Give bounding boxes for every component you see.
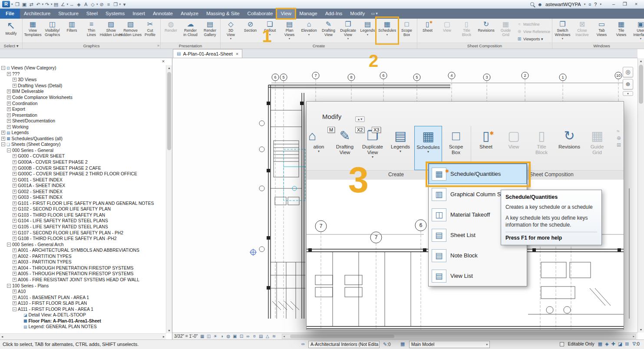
select-pinned-icon[interactable]: ✚ — [611, 341, 615, 347]
tree-item-a003-partition-types[interactable]: +A003 - PARTITION TYPES — [0, 259, 166, 265]
tab-analyze[interactable]: Analyze — [177, 9, 202, 19]
crop-view-icon[interactable]: ▣ — [232, 334, 238, 339]
tree-item-g107-second-floor-life-safety-plan-ph2[interactable]: +G107 - SECOND FLOOR LIFE SAFETY PLAN - … — [0, 230, 166, 236]
expand-icon[interactable]: + — [13, 290, 17, 293]
zoom-icon[interactable]: ⊕ — [623, 79, 633, 89]
text-icon[interactable]: A — [83, 1, 89, 8]
print-icon[interactable]: ▤ — [53, 1, 59, 8]
ribbon-button-matchline[interactable]: ≈Matchline — [515, 20, 552, 28]
minimize-button[interactable]: – — [608, 1, 619, 8]
tab-file[interactable]: File — [0, 9, 20, 19]
redo-icon[interactable]: ↷ — [44, 1, 50, 8]
ribbon-button-thin-lines[interactable]: ≡ThinLines — [82, 19, 101, 43]
panel-expander-icon[interactable]: » — [157, 43, 159, 49]
expand-icon[interactable]: + — [13, 272, 17, 276]
ribbon-button-view[interactable]: ▢View — [437, 19, 457, 43]
temporary-hide-isolate-icon[interactable]: ∞ — [245, 334, 251, 339]
ribbon-button-revisions[interactable]: ↻Revisions — [476, 19, 496, 43]
expand-icon[interactable]: + — [13, 207, 17, 211]
tree-item-g001-sheet-index[interactable]: +G001 - SHEET INDEX — [0, 177, 166, 183]
tree-item-item[interactable]: +??? — [0, 71, 166, 77]
ribbon-button-duplicate-view[interactable]: ❐DuplicateView▾ — [338, 19, 358, 43]
tab-view[interactable]: View — [277, 9, 295, 19]
tab-systems[interactable]: Systems — [102, 9, 129, 19]
tree-item-views-view-category[interactable]: −⊡Views (View Category) — [0, 65, 166, 71]
undo-icon[interactable]: ↶ — [35, 1, 42, 8]
expand-icon[interactable]: + — [13, 248, 17, 252]
ribbon-button-tab-views[interactable]: ▭TabViews — [592, 19, 611, 43]
worksharing-status-icon[interactable]: ∞ — [301, 341, 305, 346]
expand-icon[interactable]: + — [13, 213, 17, 217]
tree-item-g000-cover-sheet[interactable]: +G000 - COVER SHEET — [0, 153, 166, 159]
ribbon-collapse-control[interactable]: ▴ ▾ — [355, 116, 365, 122]
sync-with-central-icon[interactable]: ⇄ — [28, 1, 35, 8]
design-option-select[interactable]: Main Model ▾ — [409, 341, 490, 348]
scroll-up-icon[interactable]: ▲ — [638, 58, 644, 64]
expand-icon[interactable]: + — [13, 84, 17, 88]
overlay-button-legends[interactable]: ▤Legends▾ — [386, 126, 414, 170]
expand-icon[interactable]: + — [7, 102, 11, 105]
scroll-down-icon[interactable]: ▼ — [638, 327, 644, 333]
ribbon-button-render[interactable]: ◍Render — [161, 19, 181, 43]
save-icon[interactable]: ▣ — [21, 1, 28, 8]
help-button[interactable]: ? — [594, 2, 597, 7]
overlay-button-title-block[interactable]: ▯TitleBlock — [528, 126, 555, 170]
tab-steel[interactable]: Steel — [83, 9, 102, 19]
tree-item-a005-through-penetration-firestop-systems[interactable]: +A005 - THROUGH PENETRATION FIRESTOP SYS… — [0, 271, 166, 277]
ribbon-button-title-block[interactable]: ▯TitleBlock — [457, 19, 476, 43]
expand-icon[interactable]: + — [13, 301, 17, 305]
revit-logo-icon[interactable]: R — [2, 1, 10, 7]
expand-icon[interactable]: + — [13, 254, 17, 258]
tree-item-legend-general-plan-notes[interactable]: ▤Legend: GENERAL PLAN NOTES — [0, 324, 166, 330]
select-links-icon[interactable]: ▦ — [598, 341, 602, 347]
close-view-tab-icon[interactable]: × — [236, 51, 238, 56]
scroll-down-icon[interactable]: ▼ — [166, 328, 172, 333]
expand-icon[interactable]: + — [13, 231, 17, 235]
detail-level-icon[interactable]: ▦ — [199, 334, 205, 339]
tab-structure[interactable]: Structure — [54, 9, 83, 19]
tree-item-g105-life-safety-rated-steel-plans[interactable]: +G105 - LIFE SAFETY RATED STEEL PLANS — [0, 224, 166, 230]
tree-item-sheets-sheet-category[interactable]: −❏Sheets (Sheet Category) — [0, 142, 166, 148]
ribbon-button-section[interactable]: ⊘Section — [241, 19, 260, 43]
expand-icon[interactable]: + — [13, 160, 17, 164]
switch-windows-icon[interactable]: ❐ — [112, 1, 119, 8]
expand-icon[interactable]: + — [13, 278, 17, 282]
expand-icon[interactable]: + — [13, 225, 17, 229]
tree-item-code-compliance-worksheets[interactable]: +Code Compliance Worksheets — [0, 95, 166, 101]
canvas-horizontal-scrollbar[interactable]: ◂ ▸ — [282, 334, 636, 339]
app-menu-arrow-icon[interactable]: ▾ — [11, 3, 13, 6]
overlay-button-guide-grid[interactable]: ▦GuideGrid — [583, 126, 611, 170]
signed-in-user[interactable]: astewartWQYPA — [545, 2, 581, 7]
sun-path-icon[interactable]: ☀ — [212, 334, 218, 339]
ribbon-display-toggle-icon[interactable]: ▭ ▾ — [371, 9, 378, 19]
scrollbar-thumb[interactable] — [167, 72, 171, 150]
show-crop-region-icon[interactable]: ⊡ — [238, 334, 244, 339]
expand-icon[interactable]: + — [13, 296, 17, 300]
tree-item-100-series-plans[interactable]: −100 Series - Plans — [0, 283, 166, 289]
project-browser-horizontal-scrollbar[interactable]: ◂ ▸ — [0, 333, 166, 339]
ribbon-button-tile-views[interactable]: ▦TileViews — [611, 19, 631, 43]
tree-item-bim-deliverable[interactable]: +BIM Deliverable — [0, 89, 166, 95]
scrollbar-thumb[interactable] — [639, 65, 643, 104]
filter-icon[interactable]: ∇ — [632, 341, 635, 346]
switch-windows-dropdown-arrow-icon[interactable]: ▾ — [119, 3, 121, 6]
measure-dropdown-arrow-icon[interactable]: ▾ — [67, 3, 69, 6]
worksharing-display-icon[interactable]: ≋ — [271, 334, 277, 339]
expand-icon[interactable]: + — [13, 190, 17, 194]
tree-item-legends[interactable]: +▤Legends — [0, 130, 166, 136]
tree-item-a002-partition-types[interactable]: +A002 - PARTITION TYPES — [0, 254, 166, 260]
tree-item-g103-third-floor-life-safety-plan[interactable]: +G103 - THIRD FLOOR LIFE SAFETY PLAN — [0, 212, 166, 218]
expand-icon[interactable]: + — [7, 89, 11, 93]
tree-item-g104-life-safety-rated-steel-plans[interactable]: +G104 - LIFE SAFETY RATED STEEL PLANS — [0, 218, 166, 224]
tree-item-export[interactable]: +Export — [0, 106, 166, 112]
ribbon-button-switch-windows[interactable]: ❐SwitchWindows▾ — [553, 19, 572, 43]
menu-item-view-list[interactable]: ▤View List — [429, 266, 527, 286]
expand-icon[interactable]: + — [7, 119, 11, 123]
rendering-dialog-icon[interactable]: ◍ — [225, 334, 231, 339]
tree-item-a101-basement-plan-area-1[interactable]: +A101 - BASEMENT PLAN - AREA 1 — [0, 294, 166, 300]
collapse-icon[interactable]: − — [7, 243, 11, 247]
expand-icon[interactable]: + — [1, 137, 5, 141]
ribbon-button-visibility-graphics[interactable]: ◫Visibility/Graphics — [43, 19, 62, 43]
default-3d-view-dropdown-arrow-icon[interactable]: ▾ — [96, 3, 98, 6]
shadows-icon[interactable]: ◑ — [219, 334, 225, 339]
